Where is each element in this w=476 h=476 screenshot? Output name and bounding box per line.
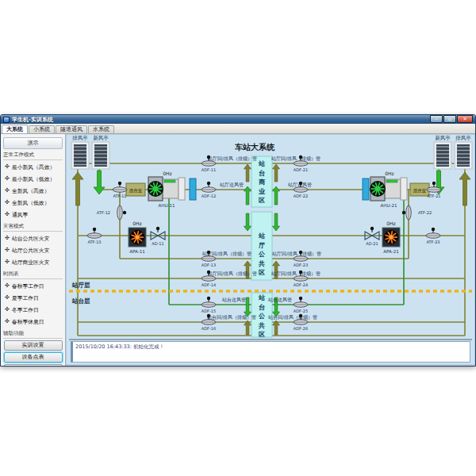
damper-ATF-23-tag: ATF-23 xyxy=(426,240,440,244)
damper-ATF-13-motor[interactable] xyxy=(93,228,96,231)
damper-ADF-12-motor[interactable] xyxy=(207,182,210,185)
sidebar-item[interactable]: ✣最小新风（低效） xyxy=(1,173,65,185)
fire-mode-icon: ✣ xyxy=(5,259,10,265)
zone-label: 公 xyxy=(258,251,266,258)
damper-ADF-24-motor[interactable] xyxy=(299,271,302,274)
damper-ATF-22-motor[interactable] xyxy=(402,211,405,214)
tab-4[interactable]: 水系统 xyxy=(88,125,114,133)
damper-ADF-14-motor[interactable] xyxy=(207,271,210,274)
damper-ADF-21-motor[interactable] xyxy=(299,155,302,159)
damper-ADF-25-tag: ADF-25 xyxy=(294,309,308,313)
sidebar-item[interactable]: ✣夏季工作日 xyxy=(1,292,65,304)
ahu-end-cap xyxy=(178,178,185,200)
sidebar-item-label: 站厅商业区火灾 xyxy=(12,259,50,267)
valve-AD-21-motor[interactable] xyxy=(370,227,374,230)
ahu-frequency-readout: 0Hz xyxy=(385,171,393,176)
sidebar-section-title: 灾害模式 xyxy=(3,223,63,232)
damper-ADF-11-motor[interactable] xyxy=(207,155,210,159)
valve-AD-11-motor[interactable] xyxy=(156,227,159,230)
fan-mode-icon: ✣ xyxy=(5,212,10,217)
zone-label: 台 xyxy=(259,303,265,311)
damper-ADF-26-motor[interactable] xyxy=(299,314,302,317)
zone-label: 共 xyxy=(258,260,265,267)
sidebar-item-label: 站台公共区火灾 xyxy=(12,235,50,243)
tab-2[interactable]: 小系统 xyxy=(29,125,55,133)
fire-mode-icon: ✣ xyxy=(5,248,10,253)
close-icon[interactable]: ✕ xyxy=(457,115,473,123)
sidebar-header[interactable]: 演示 xyxy=(3,137,63,149)
duct-label: 站台送风管 xyxy=(268,297,292,303)
sidebar-item[interactable]: ✣冬季工作日 xyxy=(1,304,65,316)
damper-ADF-11-tag: ADF-11 xyxy=(202,167,216,172)
ahu-impeller-hub xyxy=(153,186,158,191)
louver-slats xyxy=(94,144,107,167)
damper-ATF-23-motor[interactable] xyxy=(432,228,435,231)
zone-label: 区 xyxy=(259,331,265,338)
ahu-end-cap xyxy=(401,178,407,200)
sidebar-item[interactable]: ✣最小新风（高效） xyxy=(1,161,65,173)
duct-label: 站厅回/排风（排烟）管 xyxy=(208,155,257,162)
sidebar: 演示 正常工作模式✣最小新风（高效）✣最小新风（低效）✣全新风（高效）✣全新风（… xyxy=(1,134,66,366)
vent-tower-label: 排风亭 xyxy=(72,135,88,141)
sidebar-item[interactable]: ✣站厅公共区火灾 xyxy=(1,244,65,256)
sidebar-button[interactable]: 实训设置 xyxy=(4,340,63,351)
window-titlebar[interactable]: 学生机-实训系统 – ▫ ✕ xyxy=(1,115,475,124)
tab-1[interactable]: 大系统 xyxy=(2,125,28,133)
damper-ATF-11-motor[interactable] xyxy=(118,182,121,185)
duct-label: 站台回/排风（排烟）管 xyxy=(207,314,256,321)
vent-tower-label: 新风亭 xyxy=(435,135,451,141)
log-panel[interactable]: 2015/10/20 16:43:33: 初始化完成！ xyxy=(71,341,470,363)
fan-mode-icon: ✣ xyxy=(5,319,10,324)
minimize-icon[interactable]: – xyxy=(430,115,443,123)
damper-ATF-21-tag: ATF-21 xyxy=(427,194,440,198)
sidebar-item[interactable]: ✣站台公共区火灾 xyxy=(1,232,65,244)
duct-label: 站厅回/排风（排烟）管 xyxy=(272,251,321,257)
zone-label: 台 xyxy=(259,169,265,177)
sidebar-item[interactable]: ✣通风季 xyxy=(1,209,65,221)
sidebar-item-label: 最小新风（低效） xyxy=(12,175,55,183)
louver-slats xyxy=(74,144,86,167)
damper-ADF-25-motor[interactable] xyxy=(299,297,302,300)
app-window: 学生机-实训系统 – ▫ ✕ 大系统小系统隧道通风水系统 演示 正常工作模式✣最… xyxy=(0,114,476,367)
zone-label: 站 xyxy=(258,232,265,240)
fan-mode-icon: ✣ xyxy=(5,200,10,205)
sidebar-section-title: 辅助功能 xyxy=(3,330,63,339)
damper-ADF-23-motor[interactable] xyxy=(299,251,302,254)
zone-label: 区 xyxy=(259,269,265,276)
filter-section[interactable] xyxy=(363,178,369,200)
maximize-icon[interactable]: ▫ xyxy=(443,115,456,123)
sidebar-section-title: 正常工作模式 xyxy=(3,152,63,160)
sidebar-item[interactable]: ✣全新风（低效） xyxy=(1,197,65,209)
axial-impeller-blade xyxy=(137,231,138,236)
zone-label: 公 xyxy=(258,313,266,320)
level-label-hall: 站厅层 xyxy=(71,282,90,289)
page: 学生机-实训系统 – ▫ ✕ 大系统小系统隧道通风水系统 演示 正常工作模式✣最… xyxy=(0,0,476,476)
damper-ATF-21-motor[interactable] xyxy=(432,182,436,185)
sidebar-item[interactable]: ✣春秋季休息日 xyxy=(1,316,65,328)
level-label-platform: 站台层 xyxy=(71,298,90,305)
damper-ADF-24-tag: ADF-24 xyxy=(294,282,308,287)
sidebar-item[interactable]: ✣站厅商业区火灾 xyxy=(1,256,65,268)
tab-bar: 大系统小系统隧道通风水系统 xyxy=(1,124,475,134)
sidebar-button[interactable]: 设备点表 xyxy=(4,352,63,363)
axial-impeller-hub xyxy=(390,236,393,240)
sidebar-item-label: 站厅公共区火灾 xyxy=(12,247,50,255)
sidebar-item-label: 冬季工作日 xyxy=(12,306,39,314)
sidebar-button[interactable]: 仿真时间设置 xyxy=(4,364,63,366)
zone-label: 区 xyxy=(259,197,265,204)
damper-ADF-15-tag: ADF-15 xyxy=(202,309,216,313)
tab-3[interactable]: 隧道通风 xyxy=(56,125,87,133)
damper-ADF-16-motor[interactable] xyxy=(207,314,210,317)
damper-ATF-12-motor[interactable] xyxy=(123,211,126,214)
damper-ATF-22-tag: ATF-22 xyxy=(418,210,432,215)
damper-ADF-13-motor[interactable] xyxy=(207,251,210,254)
sidebar-item[interactable]: ✣春秋季工作日 xyxy=(1,280,65,292)
duct-label: 站厅回/排风（排烟）管 xyxy=(271,271,321,277)
valve-AD-21-tag: AD-21 xyxy=(366,241,378,246)
damper-ADF-23-tag: ADF-23 xyxy=(294,263,308,267)
window-title: 学生机-实训系统 xyxy=(12,116,53,124)
filter-section[interactable] xyxy=(190,178,196,200)
damper-ADF-15-motor[interactable] xyxy=(207,297,210,300)
sidebar-item[interactable]: ✣全新风（高效） xyxy=(1,185,65,197)
damper-ADF-22-motor[interactable] xyxy=(299,182,302,185)
